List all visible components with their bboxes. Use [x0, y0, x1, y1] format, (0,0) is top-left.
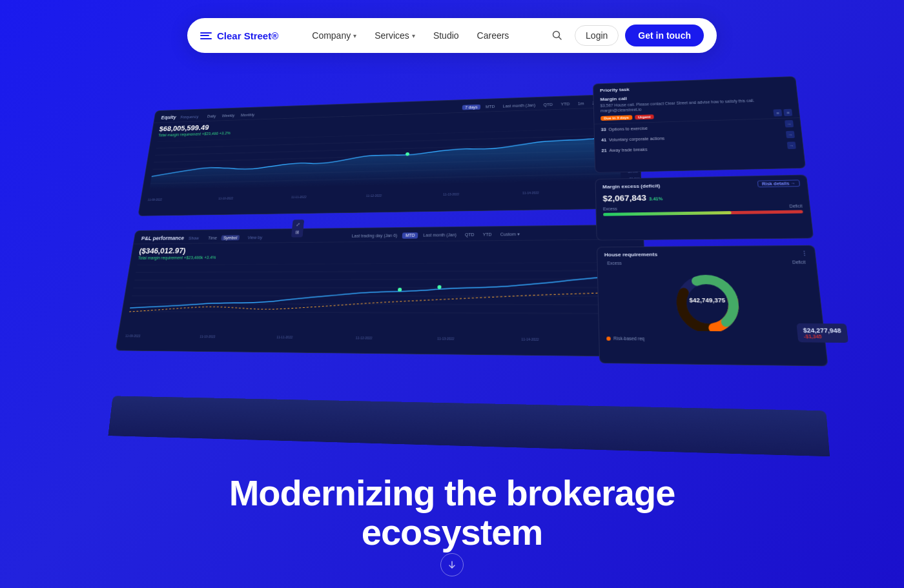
nav-item-services[interactable]: Services ▾ — [367, 26, 423, 45]
pnl-ytd[interactable]: YTD — [479, 232, 495, 238]
svg-line-12 — [134, 279, 624, 280]
equity-panel-title: Equity — [161, 114, 176, 120]
view-mtd[interactable]: MTD — [482, 103, 498, 109]
pnl-panel: P&L performance Show Time Symbol View by… — [115, 224, 649, 357]
svg-line-1 — [559, 37, 562, 40]
pnl-time[interactable]: Time — [205, 235, 220, 240]
nav-items: Company ▾ Services ▾ Studio Careers — [304, 26, 527, 45]
view-qtd[interactable]: QTD — [540, 101, 556, 107]
risk-details-button[interactable]: Risk details → — [757, 179, 800, 187]
freq-btn-weekly[interactable]: Weekly — [220, 113, 237, 118]
action-btn-2[interactable]: ≡ — [783, 109, 792, 116]
hero-title: Modernizing the brokerage ecosystem — [161, 473, 743, 553]
svg-line-11 — [136, 270, 624, 272]
logo[interactable]: Clear Street® — [200, 30, 278, 41]
donut-area: $42,749,375 — [598, 267, 825, 336]
svg-point-22 — [680, 279, 735, 329]
svg-point-18 — [437, 285, 441, 289]
view-1m[interactable]: 1m — [575, 101, 587, 106]
urgent-badge: Urgent — [635, 114, 654, 119]
platform-base — [108, 396, 830, 456]
svg-line-14 — [132, 296, 624, 296]
nav-item-studio[interactable]: Studio — [426, 26, 467, 45]
action-btn-away[interactable]: → — [787, 142, 796, 150]
chevron-down-icon: ▾ — [353, 32, 356, 39]
pnl-lastmonth[interactable]: Last month (Jan) — [420, 232, 460, 238]
svg-point-17 — [398, 288, 402, 292]
get-in-touch-button[interactable]: Get in touch — [625, 25, 704, 46]
svg-point-20 — [680, 279, 735, 329]
pnl-symbol[interactable]: Symbol — [221, 235, 240, 240]
freq-buttons: Daily Weekly Monthly — [205, 112, 257, 118]
pnl-title: P&L performance — [141, 235, 185, 241]
legend-row: Risk-based req — [599, 334, 825, 345]
freq-btn-monthly[interactable]: Monthly — [238, 112, 257, 117]
pnl-mtd[interactable]: MTD — [402, 232, 418, 239]
view-lastmonth[interactable]: Last month (Jan) — [500, 102, 539, 108]
view-ytd[interactable]: YTD — [558, 101, 573, 106]
scroll-down-button[interactable] — [440, 553, 464, 576]
search-icon — [552, 30, 562, 41]
search-button[interactable] — [546, 25, 568, 46]
margin-bar — [603, 210, 803, 216]
pnl-chart — [128, 262, 626, 325]
nav-item-company[interactable]: Company ▾ — [304, 26, 364, 45]
svg-line-13 — [133, 288, 624, 289]
action-btn-options[interactable]: → — [785, 120, 794, 127]
pnl-qtd[interactable]: QTD — [462, 232, 478, 238]
pnl-view-buttons: Last trading day (Jan 6) MTD Last month … — [349, 231, 524, 239]
action-btn-1[interactable]: ≡ — [773, 109, 782, 116]
margin-change: 3.41% — [649, 197, 663, 201]
freq-btn-daily[interactable]: Daily — [205, 114, 218, 119]
view-7days[interactable]: 7 days — [462, 104, 480, 110]
svg-point-19 — [680, 279, 735, 329]
dashboard-mockup: Equity Frequency Daily Weekly Monthly 7 … — [97, 71, 807, 407]
chevron-down-icon: ▾ — [412, 32, 415, 39]
svg-point-21 — [680, 279, 735, 329]
logo-text: Clear Street® — [217, 30, 278, 41]
house-panel: House requirements ⋮ Excess Deficit — [597, 245, 828, 367]
pnl-mode-buttons: Time Symbol — [205, 235, 240, 241]
arrow-down-icon — [447, 560, 457, 569]
pnl-custom[interactable]: Custom ▾ — [497, 231, 524, 238]
house-menu-icon[interactable]: ⋮ — [801, 250, 808, 257]
svg-line-16 — [129, 312, 625, 314]
donut-chart — [666, 270, 750, 331]
iso-wrapper: Equity Frequency Daily Weekly Monthly 7 … — [95, 76, 850, 419]
margin-bar-fill — [603, 211, 732, 216]
donut-center-value: $42,749,375 — [689, 297, 725, 304]
pnl-lastday[interactable]: Last trading day (Jan 6) — [349, 232, 401, 239]
navbar: Clear Street® Company ▾ Services ▾ Studi… — [187, 18, 717, 53]
freq-label: Frequency — [180, 114, 199, 119]
margin-bar-area: Excess Deficit — [596, 201, 810, 218]
nav-actions: Login Get in touch — [546, 25, 704, 46]
equity-panel: Equity Frequency Daily Weekly Monthly 7 … — [138, 94, 642, 216]
svg-line-10 — [137, 262, 624, 265]
login-button[interactable]: Login — [575, 25, 619, 46]
nav-item-careers[interactable]: Careers — [469, 26, 517, 45]
logo-icon — [200, 32, 212, 39]
hero-section: Modernizing the brokerage ecosystem — [161, 473, 743, 553]
action-btn-corporate[interactable]: → — [786, 131, 795, 139]
